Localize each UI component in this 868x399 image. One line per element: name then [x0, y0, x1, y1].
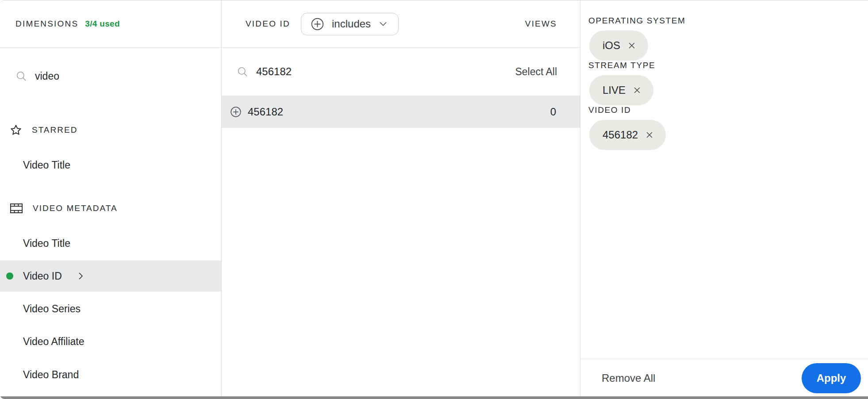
panel-title: DIMENSIONS — [15, 19, 78, 29]
chevron-down-icon — [378, 19, 388, 29]
views-count: 0 — [550, 106, 556, 118]
values-panel: VIDEO ID includes VIEWS — [222, 0, 580, 399]
remove-all-button[interactable]: Remove All — [602, 372, 655, 384]
dimension-item-video-series[interactable]: Video Series — [0, 299, 221, 319]
film-icon — [10, 202, 23, 215]
filter-label: STREAM TYPE — [588, 61, 868, 70]
chip-label: iOS — [603, 39, 620, 52]
dimension-item-video-affiliate[interactable]: Video Affiliate — [0, 331, 221, 352]
select-all-button[interactable]: Select All — [515, 66, 557, 78]
selected-dimension-label: VIDEO ID — [246, 19, 290, 29]
dimensions-panel: DIMENSIONS 3/4 used STARRED Video Title — [0, 0, 222, 399]
operator-dropdown[interactable]: includes — [301, 13, 399, 35]
operator-value: includes — [332, 18, 371, 30]
dimension-item-video-id-selected[interactable]: Video ID — [0, 261, 221, 292]
star-icon — [10, 124, 22, 136]
filter-group-operating-system: OPERATING SYSTEM iOS — [588, 16, 868, 61]
remove-chip-icon[interactable] — [632, 85, 642, 95]
filter-group-video-id: VIDEO ID 456182 — [588, 105, 868, 150]
chevron-right-icon — [75, 271, 86, 281]
value-row-456182[interactable]: 456182 0 — [222, 96, 580, 128]
section-label: VIDEO METADATA — [33, 203, 118, 213]
filter-label: OPERATING SYSTEM — [588, 16, 868, 26]
dimension-search — [0, 64, 221, 88]
section-starred: STARRED — [0, 120, 221, 140]
circle-plus-icon — [310, 17, 325, 31]
dimensions-header: DIMENSIONS 3/4 used — [0, 0, 221, 48]
section-label: STARRED — [32, 125, 77, 135]
value-search-input[interactable] — [256, 65, 507, 78]
filter-actions-bar: Remove All Apply — [580, 359, 868, 397]
filter-chip-ios: iOS — [589, 31, 648, 61]
popover-bottom-edge — [0, 396, 868, 399]
dimension-item-video-brand[interactable]: Video Brand — [0, 364, 221, 385]
search-icon — [15, 70, 27, 82]
values-header: VIDEO ID includes VIEWS — [222, 0, 580, 48]
chip-label: 456182 — [603, 129, 638, 141]
views-column-label: VIEWS — [525, 19, 557, 29]
dimensions-filter-popover: DIMENSIONS 3/4 used STARRED Video Title — [0, 0, 868, 399]
remove-chip-icon[interactable] — [627, 41, 637, 50]
dimension-search-input[interactable] — [35, 70, 221, 82]
chip-label: LIVE — [603, 84, 626, 96]
dimension-item-video-title-starred[interactable]: Video Title — [0, 155, 221, 175]
filter-label: VIDEO ID — [588, 105, 868, 115]
filter-chip-456182: 456182 — [589, 120, 666, 150]
dimension-label: Video ID — [23, 270, 62, 282]
section-video-metadata: VIDEO METADATA — [0, 198, 221, 219]
filter-group-stream-type: STREAM TYPE LIVE — [588, 61, 868, 105]
value-label: 456182 — [248, 106, 283, 118]
value-search: Select All — [222, 48, 580, 96]
applied-filters-panel: OPERATING SYSTEM iOS STREAM TYPE LIVE — [580, 0, 868, 399]
remove-chip-icon[interactable] — [645, 130, 654, 140]
dimension-item-video-title[interactable]: Video Title — [0, 233, 221, 253]
circle-plus-icon — [230, 106, 242, 118]
usage-badge: 3/4 used — [85, 19, 119, 29]
search-icon — [237, 66, 248, 77]
active-dimension-dot — [6, 272, 13, 280]
apply-button[interactable]: Apply — [802, 363, 861, 393]
filter-chip-live: LIVE — [589, 75, 653, 105]
